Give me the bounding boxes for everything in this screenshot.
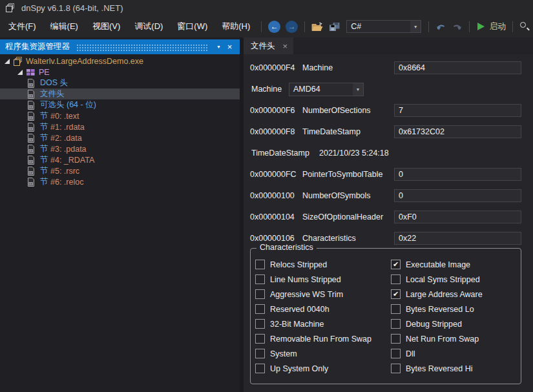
save-module-button[interactable] <box>329 22 340 32</box>
field-name: PointerToSymbolTable <box>302 170 394 179</box>
navigate-forward-button[interactable]: → <box>286 21 298 33</box>
tree-item-label: 节 <box>40 132 48 143</box>
binary-file-icon: 01 <box>27 112 40 121</box>
language-selector[interactable]: C# ▼ <box>346 20 421 33</box>
checkbox-removable-run-from-swap[interactable]: Removable Run From Swap <box>255 334 391 344</box>
tree-item-section-3[interactable]: 01 节 #3: .pdata <box>0 143 240 154</box>
tab-file-header[interactable]: 文件头 × <box>244 37 293 54</box>
checkbox-label: Bytes Reversed Hi <box>406 364 473 373</box>
field-offset: 0x00000104 <box>250 212 302 222</box>
menu-file[interactable]: 文件(F) <box>1 17 43 36</box>
undo-button[interactable] <box>435 21 446 32</box>
checkbox-net-run-from-swap[interactable]: Net Run From Swap <box>391 334 517 344</box>
machine-combo-value: AMD64 <box>289 83 353 96</box>
checkbox-icon <box>255 304 265 314</box>
tab-strip: 文件头 × <box>244 37 533 54</box>
checkbox-executable-image[interactable]: ✔ Executable Image <box>391 260 517 269</box>
machine-combo-label: Machine <box>250 85 289 94</box>
field-name: Machine <box>302 63 394 72</box>
tree-item-pe[interactable]: PE <box>0 67 240 77</box>
checkbox-bytes-reversed-hi[interactable]: Bytes Reversed Hi <box>391 364 517 373</box>
field-row-machine-combo: Machine AMD64 ▼ <box>250 83 521 96</box>
checkbox-up-system-only[interactable]: Up System Only <box>255 364 391 373</box>
checkbox-bytes-reversed-lo[interactable]: Bytes Reversed Lo <box>391 304 517 314</box>
binary-file-icon: 01 <box>27 123 40 132</box>
open-file-button[interactable] <box>311 22 324 32</box>
navigate-back-button[interactable]: ← <box>268 21 280 33</box>
machine-combo[interactable]: AMD64 ▼ <box>289 83 364 96</box>
panel-title: 程序集资源管理器 <box>5 41 70 52</box>
tree-item-file-header[interactable]: 01 文件头 <box>0 88 240 99</box>
binary-file-icon: 01 <box>27 101 40 110</box>
checkbox-icon <box>255 260 265 269</box>
checkbox-reserved-0040h[interactable]: Reserved 0040h <box>255 304 391 314</box>
redo-icon <box>452 21 463 32</box>
checkbox-icon: ✔ <box>391 289 401 299</box>
file-header-view: 0x000000F4 Machine 0x8664 Machine AMD64 … <box>244 54 533 392</box>
tree-item-section-6[interactable]: 01 节 #6: .reloc <box>0 176 240 187</box>
tab-close-icon[interactable]: × <box>283 42 288 50</box>
panel-drag-grip[interactable] <box>76 44 208 52</box>
checkbox-32bit-machine[interactable]: 32-Bit Machine <box>255 319 391 329</box>
checkbox-relocs-stripped[interactable]: Relocs Stripped <box>255 260 391 269</box>
tree-item-label-detail: #2: .data <box>48 134 82 143</box>
titlebar: dnSpy v6.1.8 (64-bit, .NET) <box>0 0 533 15</box>
expander-icon[interactable] <box>14 70 26 75</box>
field-offset: 0x00000100 <box>250 191 302 200</box>
start-debugging-button[interactable]: 启动 <box>477 21 506 32</box>
field-name: NumberOfSymbols <box>302 191 394 200</box>
expander-icon[interactable] <box>1 59 13 64</box>
checkbox-label: Relocs Stripped <box>270 260 327 269</box>
menu-window[interactable]: 窗口(W) <box>170 17 214 36</box>
window-title: dnSpy v6.1.8 (64-bit, .NET) <box>21 3 123 13</box>
toolbar-separator <box>261 21 262 32</box>
numberofsymbols-input[interactable]: 0 <box>394 189 521 202</box>
tree-item-label: 节 <box>40 143 48 154</box>
checkbox-label: Debug Stripped <box>406 320 462 329</box>
numberofsections-input[interactable]: 7 <box>394 104 521 117</box>
characteristics-input[interactable]: 0x22 <box>394 232 521 245</box>
menu-help[interactable]: 帮助(H) <box>214 17 257 36</box>
checkbox-label: Aggressive WS Trim <box>270 290 343 299</box>
redo-button[interactable] <box>452 21 463 32</box>
chevron-down-icon: ▼ <box>353 83 363 96</box>
panel-close-button[interactable]: × <box>224 42 235 52</box>
assembly-explorer-header[interactable]: 程序集资源管理器 ▼ × <box>0 39 240 54</box>
tree-item-section-1[interactable]: 01 节 #1: .rdata <box>0 121 240 132</box>
tree-item-label: PE <box>39 68 50 77</box>
tree-item-section-5[interactable]: 01 节 #5: .rsrc <box>0 165 240 176</box>
tree-item-section-2[interactable]: 01 节 #2: .data <box>0 132 240 143</box>
checkbox-label: Up System Only <box>270 364 328 373</box>
checkbox-large-address-aware[interactable]: ✔ Large Address Aware <box>391 289 517 299</box>
checkbox-aggressive-ws-trim[interactable]: Aggressive WS Trim <box>255 289 391 299</box>
checkbox-debug-stripped[interactable]: Debug Stripped <box>391 319 517 329</box>
menu-view[interactable]: 视图(V) <box>85 17 127 36</box>
document-panel: 文件头 × 0x000000F4 Machine 0x8664 Machine … <box>244 37 533 392</box>
field-offset: 0x000000F4 <box>250 63 302 72</box>
tree-item-section-4[interactable]: 01 节 #4: _RDATA <box>0 154 240 165</box>
panel-menu-button[interactable]: ▼ <box>213 45 224 49</box>
checkbox-dll[interactable]: Dll <box>391 349 517 358</box>
menu-edit[interactable]: 编辑(E) <box>43 17 85 36</box>
sizeofoptionalheader-input[interactable]: 0xF0 <box>394 211 521 223</box>
tree-item-assembly[interactable]: Walterlv.LargeAddressDemo.exe <box>0 56 240 67</box>
tree-item-label-detail: #5: .rsrc <box>48 167 80 176</box>
search-icon <box>519 21 530 32</box>
machine-value-input[interactable]: 0x8664 <box>394 61 521 74</box>
timedatestamp-input[interactable]: 0x61732C02 <box>394 125 521 138</box>
tree-item-optional-header[interactable]: 01 可选头 (64 - 位) <box>0 99 240 110</box>
pointertosymboltable-input[interactable]: 0 <box>394 168 521 181</box>
menu-debug[interactable]: 调试(D) <box>127 17 170 36</box>
checkbox-local-syms-stripped[interactable]: Local Syms Stripped <box>391 274 517 284</box>
tree-item-section-0[interactable]: 01 节 #0: .text <box>0 110 240 121</box>
field-name: SizeOfOptionalHeader <box>302 212 394 222</box>
checkbox-system[interactable]: System <box>255 349 391 358</box>
svg-text:01: 01 <box>30 127 33 130</box>
tree-item-dos-header[interactable]: 01 DOS 头 <box>0 77 240 88</box>
binary-file-icon: 01 <box>27 90 40 99</box>
search-assemblies-button[interactable] <box>519 21 530 32</box>
checkbox-line-nums-stripped[interactable]: Line Nums Stripped <box>255 274 391 284</box>
pe-module-icon <box>26 68 39 76</box>
field-offset: 0x000000F8 <box>250 127 302 136</box>
checkbox-label: Net Run From Swap <box>406 335 479 344</box>
